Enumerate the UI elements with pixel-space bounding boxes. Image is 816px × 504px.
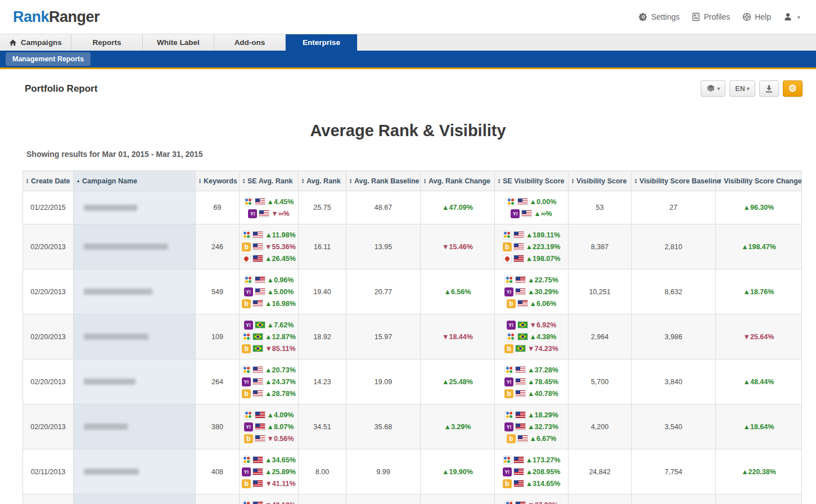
us-flag-icon xyxy=(516,289,525,295)
se-visibility-score-cell: ▲173.27%Y!▲208.95%b▲314.65% xyxy=(495,449,569,494)
change-value: ▲8.07% xyxy=(267,423,294,431)
column-label: SE Visibility Score xyxy=(503,177,565,185)
se-change-list: ▲4.45%Y!▼∞% xyxy=(242,195,296,220)
se-avg-rank-cell: ▲4.09%Y!▲8.07%b▼0.56% xyxy=(240,404,299,449)
campaign-name-cell[interactable] xyxy=(74,269,196,314)
visibility-score-baseline-cell: 3,986 xyxy=(632,314,716,359)
bing-icon: b xyxy=(507,299,516,308)
column-header-avg-rank-baseline[interactable]: ▴▾Avg. Rank Baseline xyxy=(346,171,421,191)
se-visibility-score-cell: ▼27.93%Y!▲28.37%b▼81.82% xyxy=(495,494,569,504)
column-header-avg-rank[interactable]: ▴▾Avg. Rank xyxy=(299,171,346,191)
column-header-se-visibility-score[interactable]: ▴▾SE Visibility Score xyxy=(495,171,569,191)
column-header-keywords[interactable]: ▴▾Keywords xyxy=(196,171,240,191)
campaign-name-cell[interactable] xyxy=(74,494,196,504)
change-value: ▲7.62% xyxy=(267,321,294,329)
column-header-visibility-score-change[interactable]: ▴▾Visibility Score Change xyxy=(716,171,802,191)
tab-campaigns[interactable]: Campaigns xyxy=(0,34,71,51)
tab-reports[interactable]: Reports xyxy=(71,34,143,51)
table-row: 01/22/201569▲4.45%Y!▼∞%25.7548.67▲47.09%… xyxy=(23,191,802,224)
se-change-row: ▲173.27% xyxy=(503,454,561,466)
change-value: ▼18.44% xyxy=(442,333,473,341)
column-header-avg-rank-change[interactable]: ▴▾Avg. Rank Change xyxy=(421,171,495,191)
change-value: ▲48.44% xyxy=(743,378,774,386)
change-value: ▲18.29% xyxy=(528,411,558,419)
google-icon xyxy=(504,501,513,504)
language-selector[interactable]: EN ▾ xyxy=(729,80,755,97)
create-date-cell: 02/20/2013 xyxy=(23,269,74,314)
rankranger-logo[interactable]: RankRanger xyxy=(13,8,100,26)
us-flag-icon xyxy=(514,469,524,475)
change-value: ▲16.98% xyxy=(265,300,296,308)
report-title: Average Rank & Visibility xyxy=(0,122,816,140)
se-change-row: ▲34.65% xyxy=(242,454,296,466)
keywords-cell: 408 xyxy=(196,449,240,494)
change-value: ▲25.48% xyxy=(442,378,473,386)
column-header-visibility-score-baseline[interactable]: ▴▾Visibility Score Baseline xyxy=(632,171,716,191)
settings-menu-item[interactable]: Settings xyxy=(639,12,680,21)
column-header-create-date[interactable]: ▴▾Create Date xyxy=(23,171,74,191)
se-change-row: Y!▲208.95% xyxy=(503,466,561,478)
us-flag-icon xyxy=(253,232,263,238)
google-dot xyxy=(249,199,251,201)
change-value: ▲314.65% xyxy=(526,480,561,488)
google-dot xyxy=(245,412,248,415)
se-avg-rank-cell: ▲34.65%Y!▲25.89%b▼41.11% xyxy=(240,449,299,494)
se-change-row: ▲18.29% xyxy=(504,409,558,421)
download-button[interactable] xyxy=(759,80,779,97)
profiles-menu-item[interactable]: Profiles xyxy=(692,12,730,21)
change-value: ▼41.11% xyxy=(265,480,295,488)
google-icon xyxy=(504,366,513,375)
campaign-name-cell[interactable] xyxy=(74,359,196,404)
change-value: ▼74.23% xyxy=(528,345,558,353)
tab-add-ons[interactable]: Add-ons xyxy=(214,34,286,51)
google-dot xyxy=(504,232,507,235)
campaign-name-cell[interactable] xyxy=(74,314,196,359)
visibility-score-cell: 5,700 xyxy=(569,359,632,404)
help-menu-item[interactable]: Help xyxy=(742,12,771,21)
report-settings-button[interactable]: ⚙ xyxy=(783,80,803,97)
change-value: ▲18.64% xyxy=(743,423,774,431)
visibility-score-cell: 527 xyxy=(569,494,632,504)
campaign-name-cell[interactable] xyxy=(74,191,196,224)
avg-rank-cell: 16.11 xyxy=(299,224,346,269)
bing-icon: b xyxy=(244,434,253,443)
change-value: ▲19.90% xyxy=(442,468,473,476)
account-menu[interactable]: ▾ xyxy=(783,12,800,21)
campaign-name-cell[interactable] xyxy=(74,224,196,269)
tab-enterprise[interactable]: Enterprise xyxy=(286,34,357,51)
campaign-name-cell[interactable] xyxy=(74,449,196,494)
se-change-row: b▲314.65% xyxy=(503,478,561,489)
us-flag-icon xyxy=(255,289,265,295)
bing-icon: b xyxy=(503,242,512,251)
google-dot xyxy=(510,502,512,504)
gear-icon: ⚙ xyxy=(788,84,797,93)
subnav-management-reports[interactable]: Management Reports xyxy=(6,52,91,66)
export-package-button[interactable]: ▾ xyxy=(701,80,725,97)
se-change-row: b▲16.98% xyxy=(242,298,296,309)
change-value: ▲20.73% xyxy=(265,366,296,374)
yahoo-icon: Y! xyxy=(242,377,251,386)
visibility-score-baseline-cell: 2,810 xyxy=(632,224,716,269)
sort-icon: ▴▾ xyxy=(572,178,574,184)
bing-icon: b xyxy=(242,299,251,308)
change-value: ▼6.92% xyxy=(530,321,557,329)
user-icon xyxy=(783,12,792,21)
column-header-campaign-name[interactable]: ▴Campaign Name xyxy=(74,171,196,191)
google-dot xyxy=(244,232,246,235)
se-change-row: Y!▼6.92% xyxy=(507,319,557,331)
se-change-row: ▼27.93% xyxy=(504,499,558,504)
redacted-campaign-name xyxy=(84,379,136,385)
campaign-name-cell[interactable] xyxy=(74,404,196,449)
google-dot xyxy=(245,277,248,280)
google-dot xyxy=(245,199,248,201)
top-menu: Settings Profiles Help ▾ xyxy=(639,12,800,21)
column-label: Avg. Rank Change xyxy=(429,177,490,185)
column-header-visibility-score[interactable]: ▴▾Visibility Score xyxy=(569,171,632,191)
column-header-se-avg-rank[interactable]: ▴▾SE Avg. Rank xyxy=(240,171,299,191)
us-flag-icon xyxy=(516,367,525,373)
language-code: EN xyxy=(735,85,745,93)
change-value: ▲5.00% xyxy=(267,288,294,296)
tab-white-label[interactable]: White Label xyxy=(143,34,214,51)
yahoo-icon: Y! xyxy=(248,209,257,218)
help-label: Help xyxy=(755,12,771,21)
